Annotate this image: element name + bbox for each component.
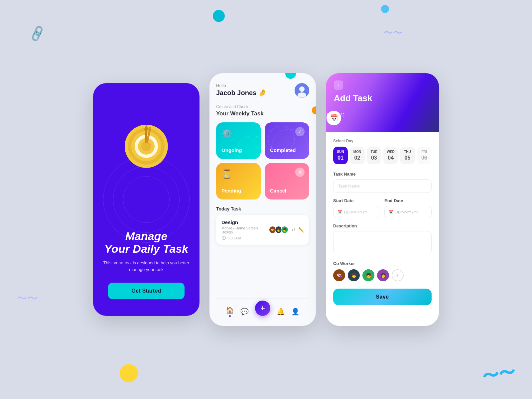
nav-home[interactable]: 🏠	[226, 306, 234, 317]
target-icon	[123, 123, 170, 170]
bell-icon: 🔔	[277, 308, 285, 316]
deco-squiggle-left: 〜〜	[17, 291, 38, 306]
task-item-time: 🕐 9:00 AM	[221, 236, 269, 240]
s2-section-title: Your Weekly Task	[216, 110, 309, 117]
svg-point-10	[299, 86, 305, 92]
s3-select-day-label: Select Day	[333, 139, 432, 143]
chat-icon: 💬	[240, 308, 249, 316]
coworker-add-button[interactable]: +	[392, 269, 404, 281]
task-name-label: Task Name	[333, 172, 432, 177]
start-date-label: Start Date	[333, 198, 380, 203]
nav-bell[interactable]: 🔔	[277, 308, 285, 316]
get-started-button[interactable]: Get Started	[108, 283, 185, 299]
svg-point-11	[298, 92, 306, 98]
fab-add-button[interactable]: +	[255, 301, 270, 316]
s2-user-name: Jacob Jones 🤌	[216, 89, 267, 97]
deco-blue-circle	[381, 5, 389, 13]
profile-icon: 👤	[291, 308, 300, 316]
cal-icon-start: 📅	[337, 210, 342, 214]
s2-greeting: Hello	[216, 83, 267, 88]
day-fri[interactable]: FRI 06	[417, 147, 432, 164]
s2-avatar	[295, 83, 309, 98]
cal-icon-end: 📅	[389, 210, 393, 214]
end-date-group: End Date 📅 DD/MM/YYYY	[384, 198, 432, 218]
clock-icon: 🕐	[221, 236, 226, 240]
today-task-label: Today Task	[216, 206, 309, 211]
deco-yellow-circle	[120, 364, 138, 382]
task-card-cancel[interactable]: ✕ Cancel	[265, 163, 309, 200]
card-deco	[237, 136, 261, 159]
task-avatars: 👒 👧 👦	[269, 226, 289, 234]
screen1-subtitle: This smart tool is designed to help you …	[103, 260, 190, 273]
day-wed[interactable]: WED 04	[383, 147, 398, 164]
start-date-input[interactable]: 📅 DD/MM/YYYY	[333, 206, 380, 218]
nav-chat[interactable]: 💬	[240, 308, 249, 316]
task-item-subtitle: Mobile - Home Screen Design	[221, 226, 269, 234]
task-name-input[interactable]	[333, 179, 432, 193]
day-tue[interactable]: TUE 03	[367, 147, 381, 164]
nav-dot	[229, 315, 231, 317]
day-sun[interactable]: SUN 01	[333, 147, 348, 164]
avatar-3: 👦	[281, 226, 289, 234]
description-input[interactable]	[333, 231, 432, 254]
day-thu[interactable]: THU 05	[400, 147, 415, 164]
task-item-design[interactable]: Design Mobile - Home Screen Design 🕐 9:0…	[216, 215, 309, 245]
screen2-phone: Hello Jacob Jones 🤌 Create and Check You…	[209, 73, 316, 326]
day-row: SUN 01 MON 02 TUE 03 WED 04 THU 05	[333, 147, 432, 164]
bottom-nav: 🏠 💬 + 🔔 👤	[216, 298, 309, 326]
s3-month-label: June 2022	[326, 113, 423, 117]
coworker-row: 👒 👧 👦 👩 +	[333, 269, 432, 281]
deco-blue-squiggle-br: 〜〜	[480, 361, 517, 388]
nav-profile[interactable]: 👤	[291, 308, 300, 316]
coworker-2: 👧	[348, 269, 360, 281]
task-item-name: Design	[221, 219, 269, 225]
s3-body: Select Day SUN 01 MON 02 TUE 03 WED 04	[326, 132, 439, 326]
task-edit-icon[interactable]: ✏️	[298, 227, 304, 232]
task-card-ongoing[interactable]: ⚙️ Ongoing	[216, 122, 261, 159]
coworker-3: 👦	[362, 269, 374, 281]
s3-header: ‹ Add Task 📅 June 2022	[326, 73, 439, 132]
end-date-input[interactable]: 📅 DD/MM/YYYY	[384, 206, 432, 218]
task-cards-grid: ⚙️ Ongoing ✓ Completed ⏳ Pending ✕ Cance…	[216, 122, 309, 200]
date-row: Start Date 📅 DD/MM/YYYY End Date 📅 DD/MM…	[333, 198, 432, 218]
pending-icon: ⏳	[221, 169, 255, 179]
screen3-phone: ‹ Add Task 📅 June 2022 Select Day SUN 01…	[326, 73, 439, 326]
deco-chain: 🔗	[28, 25, 47, 43]
screen1-phone: Manage Your Daily Task This smart tool i…	[93, 83, 200, 316]
task-card-pending[interactable]: ⏳ Pending	[216, 163, 261, 200]
description-label: Description	[333, 223, 432, 228]
deco-squiggle-right-top: 〜〜	[384, 27, 402, 39]
cancel-label: Cancel	[270, 188, 304, 194]
deco-teal-circle	[213, 10, 225, 22]
end-date-label: End Date	[384, 198, 432, 203]
day-mon[interactable]: MON 02	[350, 147, 364, 164]
s3-back-button[interactable]: ‹	[334, 80, 343, 90]
coworker-4: 👩	[377, 269, 389, 281]
start-date-group: Start Date 📅 DD/MM/YYYY	[333, 198, 380, 218]
s3-title: Add Task	[334, 93, 431, 103]
task-card-completed[interactable]: ✓ Completed	[265, 122, 309, 159]
completed-check: ✓	[295, 127, 305, 136]
save-button[interactable]: Save	[333, 289, 432, 305]
cancel-x: ✕	[295, 168, 305, 177]
s2-section-label: Create and Check	[216, 104, 309, 109]
home-icon: 🏠	[226, 306, 234, 314]
coworker-1: 👒	[333, 269, 345, 281]
s2-header: Hello Jacob Jones 🤌	[216, 83, 309, 98]
coworker-label: Co Worker	[333, 261, 432, 266]
task-more-count: +1	[291, 228, 296, 232]
pending-label: Pending	[221, 188, 255, 194]
